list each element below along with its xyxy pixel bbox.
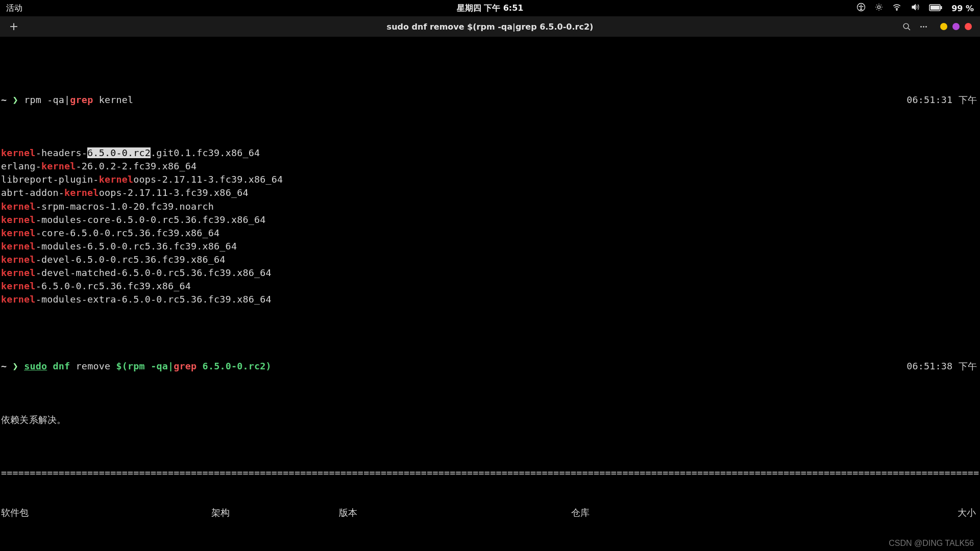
output-line: kernel-core-6.5.0-0.rc5.36.fc39.x86_64 — [1, 227, 979, 240]
svg-point-3 — [896, 9, 897, 10]
battery-percent: 99 % — [951, 4, 974, 13]
window-close-button[interactable] — [965, 23, 972, 30]
output-line: erlang-kernel-26.0.2-2.fc39.x86_64 — [1, 160, 979, 173]
system-top-bar: 活动 星期四 下午 6:51 99 % — [0, 0, 980, 16]
col-arch: 架构 — [211, 506, 339, 519]
accessibility-icon — [856, 3, 866, 14]
window-minimize-button[interactable] — [940, 23, 947, 30]
activities-button[interactable]: 活动 — [6, 3, 22, 14]
output-line: libreport-plugin-kerneloops-2.17.11-3.fc… — [1, 173, 979, 186]
output-line: kernel-headers-6.5.0-0.rc2.git0.1.fc39.x… — [1, 146, 979, 160]
window-title: sudo dnf remove $(rpm -qa|grep 6.5.0-0.r… — [387, 22, 594, 32]
terminal-output[interactable]: ~ ❯ rpm -qa|grep kernel 06:51:31 下午 kern… — [0, 37, 980, 551]
window-maximize-button[interactable] — [952, 23, 960, 30]
output-line: kernel-modules-core-6.5.0-0.rc5.36.fc39.… — [1, 213, 979, 227]
svg-point-10 — [925, 26, 927, 28]
col-version: 版本 — [339, 506, 571, 519]
volume-icon — [911, 3, 920, 14]
watermark: CSDN @DING TALK56 — [889, 539, 974, 548]
clock-label: 星期四 下午 6:51 — [457, 3, 524, 14]
output-line: kernel-6.5.0-0.rc5.36.fc39.x86_64 — [1, 280, 979, 293]
col-size: 大小 — [709, 506, 979, 519]
svg-point-8 — [920, 26, 922, 28]
output-line: kernel-srpm-macros-1.0-20.fc39.noarch — [1, 200, 979, 213]
battery-icon — [929, 4, 942, 13]
solver-status: 依赖关系解决。 — [1, 413, 979, 427]
timestamp: 06:51:38 下午 — [906, 360, 979, 373]
search-icon[interactable] — [902, 22, 911, 31]
terminal-titlebar: + sudo dnf remove $(rpm -qa|grep 6.5.0-0… — [0, 16, 980, 37]
system-tray[interactable]: 99 % — [856, 3, 974, 14]
col-repo: 仓库 — [571, 506, 709, 519]
output-line: kernel-modules-extra-6.5.0-0.rc5.36.fc39… — [1, 293, 979, 306]
separator: ========================================… — [1, 546, 979, 551]
output-line: kernel-devel-matched-6.5.0-0.rc5.36.fc39… — [1, 266, 979, 280]
svg-point-1 — [861, 5, 862, 6]
svg-point-2 — [877, 6, 880, 8]
brightness-icon — [875, 3, 883, 13]
svg-point-9 — [923, 26, 924, 28]
menu-icon[interactable] — [919, 22, 928, 31]
prompt-line: ~ ❯ rpm -qa|grep kernel 06:51:31 下午 — [1, 93, 979, 107]
table-header: 软件包 架构 版本 仓库 大小 — [1, 506, 979, 519]
window-controls — [940, 23, 972, 30]
wifi-icon — [892, 3, 901, 14]
timestamp: 06:51:31 下午 — [906, 93, 979, 107]
separator: ========================================… — [1, 466, 979, 480]
output-line: abrt-addon-kerneloops-2.17.11-3.fc39.x86… — [1, 186, 979, 199]
output-line: kernel-modules-6.5.0-0.rc5.36.fc39.x86_6… — [1, 240, 979, 253]
prompt-line: ~ ❯ sudo dnf remove $(rpm -qa|grep 6.5.0… — [1, 360, 979, 373]
svg-rect-6 — [930, 6, 940, 10]
new-tab-button[interactable]: + — [8, 21, 19, 32]
col-package: 软件包 — [1, 506, 211, 519]
output-line: kernel-devel-6.5.0-0.rc5.36.fc39.x86_64 — [1, 253, 979, 266]
svg-point-7 — [903, 23, 909, 29]
svg-rect-5 — [941, 6, 942, 9]
